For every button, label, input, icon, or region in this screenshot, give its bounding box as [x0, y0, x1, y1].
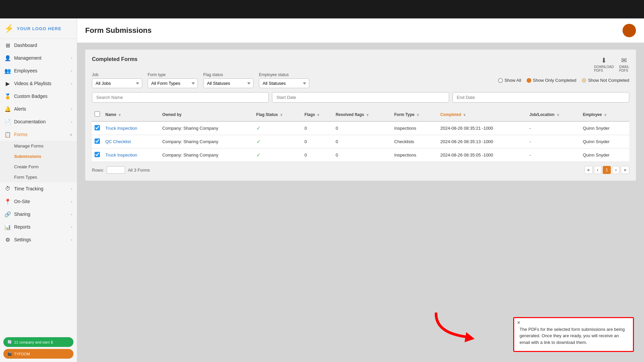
sort-job-icon: ∨	[557, 113, 559, 117]
submenu-submissions[interactable]: Submissions	[0, 151, 77, 162]
logo-area: ⚡ YOUR LOGO HERE	[0, 18, 77, 39]
submenu-create-form[interactable]: Create Form	[0, 162, 77, 172]
sidebar-item-management[interactable]: 👤 Management ›	[0, 52, 77, 64]
sidebar-item-sharing[interactable]: 🔗 Sharing ›	[0, 208, 77, 221]
main-content: Form Submissions Completed Forms ⬇ DOWNL…	[77, 18, 644, 362]
th-resolved-flags[interactable]: Resolved flags ∨	[333, 108, 392, 121]
table-header-row: Name ∨ Owned by Flag Status ∨ Flags ∨ Re…	[92, 108, 629, 121]
sort-name-icon: ∨	[118, 113, 121, 117]
documentation-icon: 📄	[5, 119, 11, 125]
flag-status-select[interactable]: All Statuses	[203, 78, 254, 88]
page-1-button[interactable]: 1	[603, 166, 611, 174]
logo-text: YOUR LOGO HERE	[17, 26, 61, 31]
email-label: EMAIL PDFS	[619, 65, 629, 72]
page-title: Form Submissions	[85, 26, 152, 35]
submissions-table: Name ∨ Owned by Flag Status ∨ Flags ∨ Re…	[92, 108, 629, 162]
sort-flags-icon: ∨	[317, 113, 319, 117]
filters-row: Job All Jobs Form type All Form Types Fl…	[92, 72, 629, 88]
rows-per-page-input[interactable]: 100	[107, 166, 125, 174]
th-owned-by[interactable]: Owned by	[160, 108, 254, 121]
th-job-location[interactable]: Job/Location ∨	[527, 108, 580, 121]
download-icon: ⬇	[601, 56, 607, 64]
td-checkbox-0	[92, 121, 103, 135]
td-job-1: -	[527, 135, 580, 148]
total-forms-label: All 3 Forms	[128, 168, 150, 173]
sidebar-label-videos: Videos & Playlists	[14, 81, 51, 86]
on-site-icon: 📍	[5, 198, 11, 204]
row-checkbox-1[interactable]	[95, 138, 100, 144]
td-owned-2: Company: Sharing Company	[160, 148, 254, 162]
content-area: Completed Forms ⬇ DOWNLOAD PDFS ✉ EMAIL …	[77, 43, 644, 362]
td-employee-0: Quinn Snyder	[580, 121, 629, 135]
radio-not-completed-label: Show Not Completed	[588, 78, 629, 83]
download-pdfs-button[interactable]: ⬇ DOWNLOAD PDFS	[594, 56, 614, 72]
table-row: QC Checklist Company: Sharing Company ✓ …	[92, 135, 629, 148]
sidebar-item-settings[interactable]: ⚙ Settings ›	[0, 233, 77, 246]
chevron-right-icon: ›	[71, 225, 72, 229]
tooltip-close-button[interactable]: ✕	[517, 320, 521, 325]
next-page-button[interactable]: ›	[612, 166, 620, 174]
sort-completed-icon: ∨	[463, 113, 466, 117]
management-icon: 👤	[5, 55, 11, 61]
table-body: Truck Inspection Company: Sharing Compan…	[92, 121, 629, 162]
employee-status-select[interactable]: All Statuses	[259, 78, 309, 88]
job-select[interactable]: All Jobs	[92, 78, 142, 88]
td-flags-0: 0	[302, 121, 333, 135]
th-employee[interactable]: Employee ∨	[580, 108, 629, 121]
sidebar-item-dashboard[interactable]: ⊞ Dashboard	[0, 39, 77, 52]
form-type-filter: Form type All Form Types	[148, 72, 198, 88]
select-all-checkbox[interactable]	[95, 111, 100, 117]
sidebar-label-on-site: On-Site	[14, 199, 30, 204]
chevron-right-icon: ›	[71, 238, 72, 242]
start-date-input[interactable]	[272, 92, 449, 103]
th-completed[interactable]: Completed ∨	[438, 108, 527, 121]
td-resolved-0: 0	[333, 121, 392, 135]
last-page-button[interactable]: »	[621, 166, 629, 174]
row-checkbox-0[interactable]	[95, 125, 100, 130]
th-form-type[interactable]: Form Type ∨	[391, 108, 437, 121]
td-completed-0: 2024-08-26 08:35:21 -1000	[438, 121, 527, 135]
sidebar-item-documentation[interactable]: 📄 Documentation ›	[0, 115, 77, 128]
sidebar-item-employees[interactable]: 👥 Employees ›	[0, 64, 77, 77]
sidebar-item-alerts[interactable]: 🔔 Alerts ›	[0, 103, 77, 115]
flag-status-filter: Flag status All Statuses	[203, 72, 254, 88]
radio-group: Show All Show Only Completed Show Not Co…	[498, 78, 629, 83]
th-flags[interactable]: Flags ∨	[302, 108, 333, 121]
form-type-select[interactable]: All Form Types	[148, 78, 198, 88]
sort-employee-icon: ∨	[604, 113, 606, 117]
th-name[interactable]: Name ∨	[103, 108, 160, 121]
sidebar-item-on-site[interactable]: 📍 On-Site ›	[0, 195, 77, 208]
th-checkbox	[92, 108, 103, 121]
sidebar-item-forms[interactable]: 📋 Forms ∨	[0, 128, 77, 141]
user-avatar[interactable]	[623, 24, 636, 37]
sidebar: ⚡ YOUR LOGO HERE ⊞ Dashboard 👤 Managemen…	[0, 18, 77, 362]
submenu-form-types[interactable]: Form Types	[0, 172, 77, 182]
submenu-manage-forms[interactable]: Manage Forms	[0, 141, 77, 151]
td-completed-1: 2024-08-26 08:35:13 -1000	[438, 135, 527, 148]
sidebar-item-custom-badges[interactable]: 🏅 Custom Badges	[0, 90, 77, 103]
td-employee-2: Quinn Snyder	[580, 148, 629, 162]
promo-button[interactable]: 🔄 11 company and earn $	[3, 337, 73, 347]
sort-resolved-icon: ∨	[366, 113, 369, 117]
prev-page-button[interactable]: ‹	[594, 166, 601, 174]
email-pdfs-button[interactable]: ✉ EMAIL PDFS	[619, 56, 629, 72]
th-flag-status[interactable]: Flag Status ∨	[254, 108, 302, 121]
tyfoom-button[interactable]: 🎬 TYFOOM	[3, 349, 73, 359]
chevron-right-icon: ›	[71, 69, 72, 73]
sidebar-item-videos[interactable]: ▶ Videos & Playlists ›	[0, 77, 77, 90]
end-date-input[interactable]	[452, 92, 629, 103]
first-page-button[interactable]: «	[584, 166, 593, 174]
td-flags-1: 0	[302, 135, 333, 148]
sidebar-item-reports[interactable]: 📊 Reports ›	[0, 221, 77, 233]
row-checkbox-2[interactable]	[95, 152, 100, 157]
td-form-type-2: Inspections	[391, 148, 437, 162]
radio-show-not-completed[interactable]: Show Not Completed	[582, 78, 629, 83]
search-name-input[interactable]	[92, 92, 269, 103]
td-job-2: -	[527, 148, 580, 162]
radio-show-completed[interactable]: Show Only Completed	[527, 78, 576, 83]
sidebar-item-time-tracking[interactable]: ⏱ Time Tracking ›	[0, 182, 77, 195]
sidebar-label-custom-badges: Custom Badges	[14, 94, 48, 99]
td-flag-status-0: ✓	[254, 121, 302, 135]
td-owned-1: Company: Sharing Company	[160, 135, 254, 148]
radio-show-all[interactable]: Show All	[498, 78, 521, 83]
